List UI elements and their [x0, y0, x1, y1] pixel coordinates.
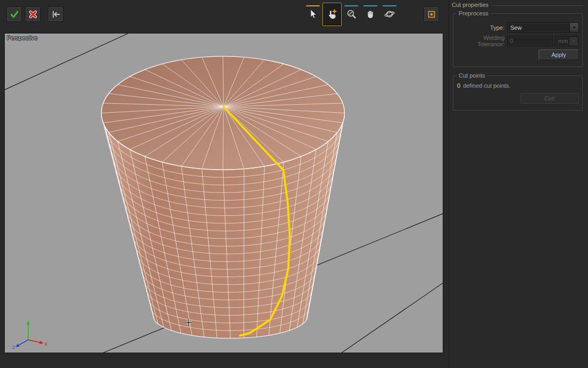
axis-gizmo: x z — [11, 317, 51, 349]
type-row: Type: Sew ▼ — [456, 22, 579, 32]
zoom-tool[interactable] — [342, 3, 361, 26]
panel-title: Cut properties — [452, 2, 488, 8]
z-axis-label: z — [12, 344, 15, 349]
reset-view-button[interactable] — [48, 6, 63, 22]
display-settings-button[interactable] — [424, 6, 439, 22]
cut-points-group: Cut points 0defined cut points. Cut! — [453, 76, 583, 111]
z-axis-arrow — [14, 344, 20, 348]
preprocess-group: Preprocess Type: Sew ▼ Welding Tolerance… — [453, 13, 583, 67]
cut-points-status: 0defined cut points. — [457, 82, 579, 89]
viewport-3d[interactable]: Perspective x z — [4, 33, 443, 353]
type-label: Type: — [456, 24, 504, 31]
x-axis-label: x — [45, 341, 47, 347]
zoom-tool-indicator — [344, 5, 358, 6]
planet-icon — [384, 9, 395, 19]
type-select[interactable]: Sew ▼ — [507, 22, 579, 32]
close-icon — [28, 10, 38, 19]
viewport-mode-label: Perspective — [7, 35, 37, 41]
tool-group — [303, 3, 399, 26]
cut-properties-panel: Cut properties Preprocess Type: Sew ▼ We… — [449, 0, 588, 368]
select-tool[interactable] — [303, 3, 322, 26]
cut-points-caption: defined cut points. — [463, 82, 510, 89]
panel-header: Cut properties — [452, 2, 583, 8]
header-divider — [491, 5, 583, 6]
confirm-button[interactable] — [6, 6, 22, 22]
welding-tolerance-row: Welding Tolerance: mm ▼ — [456, 35, 579, 47]
toolbar — [0, 0, 448, 30]
unit-select[interactable]: mm ▼ — [555, 36, 578, 46]
crosshair-cursor — [185, 319, 193, 327]
toolbar-right-group — [424, 6, 439, 22]
frame-icon — [427, 10, 436, 19]
toolbar-left-group — [6, 6, 63, 22]
chevron-down-icon[interactable]: ▼ — [569, 23, 578, 32]
cursor-arrow-icon — [309, 9, 317, 20]
apply-button[interactable]: Apply — [539, 49, 579, 60]
welding-tolerance-input[interactable] — [507, 36, 553, 46]
preprocess-group-label: Preprocess — [457, 10, 491, 16]
cancel-button[interactable] — [25, 6, 40, 22]
x-axis-arrow — [39, 341, 44, 345]
cut-row: Cut! — [456, 93, 579, 104]
scene-cylinder-mesh — [5, 34, 443, 353]
unit-chevron-down-icon[interactable]: ▼ — [569, 37, 578, 46]
unit-select-value: mm — [556, 38, 569, 44]
pan-tool-indicator — [363, 5, 377, 6]
welding-tolerance-label: Welding Tolerance: — [456, 35, 504, 47]
type-select-value: Sew — [508, 24, 569, 31]
apply-row: Apply — [456, 49, 579, 60]
cut-button[interactable]: Cut! — [520, 93, 579, 104]
pointing-hand-plus-icon — [326, 9, 338, 21]
arrow-to-bar-icon — [51, 9, 61, 20]
y-axis-arrow — [27, 321, 30, 325]
cut-points-group-label: Cut points — [457, 72, 487, 79]
pan-tool[interactable] — [361, 3, 380, 26]
add-cut-point-tool[interactable] — [322, 3, 342, 26]
orbit-tool-indicator — [383, 5, 396, 6]
check-icon — [10, 10, 19, 19]
cut-points-count: 0 — [457, 82, 460, 89]
orbit-tool[interactable] — [380, 3, 399, 26]
magnifier-icon — [346, 9, 357, 19]
select-tool-indicator — [306, 5, 320, 6]
hand-icon — [366, 9, 376, 19]
